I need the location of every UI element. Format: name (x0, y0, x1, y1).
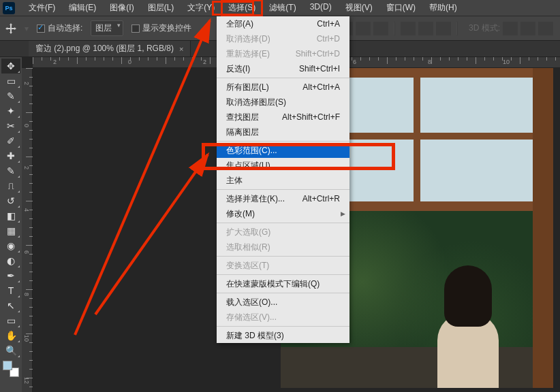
distribute-icon[interactable] (418, 22, 433, 35)
3d-mode-label: 3D 模式: (469, 22, 500, 34)
healing-tool[interactable]: ✚ (1, 148, 20, 163)
menu-图像(I)[interactable]: 图像(I) (103, 0, 140, 16)
move-tool[interactable]: ✥ (1, 59, 20, 74)
menu-文件(F)[interactable]: 文件(F) (22, 0, 62, 16)
menu-item[interactable]: 全部(A)Ctrl+A (217, 16, 349, 31)
menu-item[interactable]: 主体 (217, 173, 349, 188)
menu-item-label: 焦点区域(U)... (226, 160, 277, 171)
3d-icon[interactable] (503, 22, 518, 35)
menu-帮助(H)[interactable]: 帮助(H) (422, 0, 464, 16)
menu-item-label: 扩大选取(G) (226, 227, 270, 238)
ruler-vertical: 2024681012 (22, 68, 33, 392)
brush-tool[interactable]: ✎ (1, 163, 20, 178)
menu-shortcut: Shift+Ctrl+D (296, 48, 340, 59)
menu-item-label: 载入选区(O)... (226, 297, 277, 308)
menu-item[interactable]: 取消选择图层(S) (217, 95, 349, 110)
color-swatches[interactable] (3, 361, 19, 377)
marquee-tool[interactable]: ▭ (1, 74, 20, 88)
move-tool-icon (5, 23, 16, 34)
menu-shortcut: Alt+Ctrl+A (302, 82, 340, 93)
figure-girl (431, 265, 505, 388)
layer-dropdown[interactable]: 图层 (91, 20, 123, 36)
quick-select-tool[interactable]: ✦ (1, 103, 20, 118)
zoom-tool[interactable]: 🔍 (1, 343, 20, 358)
crop-tool[interactable]: ✂ (1, 118, 20, 133)
menu-item[interactable]: 新建 3D 模型(3) (217, 328, 349, 343)
menu-separator (217, 326, 349, 327)
menu-窗口(W)[interactable]: 窗口(W) (379, 0, 422, 16)
menu-shortcut: Ctrl+A (317, 18, 340, 29)
close-icon[interactable]: × (179, 45, 183, 53)
menu-item-label: 反选(I) (226, 63, 250, 74)
menu-item[interactable]: 查找图层Alt+Shift+Ctrl+F (217, 110, 349, 125)
menu-3D(D)[interactable]: 3D(D) (303, 0, 339, 16)
auto-select-checkbox[interactable]: 自动选择: (37, 22, 82, 34)
menubar: Ps 文件(F)编辑(E)图像(I)图层(L)文字(Y)选择(S)滤镜(T)3D… (0, 0, 560, 16)
distribute-icon[interactable] (401, 22, 416, 35)
distribute-icon[interactable] (436, 22, 451, 35)
type-tool[interactable]: T (1, 283, 20, 298)
menu-item-label: 取消选择图层(S) (226, 97, 286, 108)
eraser-tool[interactable]: ◧ (1, 208, 20, 223)
menu-separator (217, 189, 349, 190)
menu-shortcut: Alt+Ctrl+R (302, 193, 340, 204)
menu-item: 选取相似(R) (217, 240, 349, 255)
menu-图层(L)[interactable]: 图层(L) (141, 0, 181, 16)
hand-tool[interactable]: ✋ (1, 328, 20, 343)
lasso-tool[interactable]: ✎ (1, 88, 20, 103)
menu-item[interactable]: 修改(M)▶ (217, 206, 349, 221)
show-transform-checkbox[interactable]: 显示变换控件 (131, 22, 191, 34)
menu-item: 取消选择(D)Ctrl+D (217, 31, 349, 46)
menu-item[interactable]: 所有图层(L)Alt+Ctrl+A (217, 80, 349, 95)
menu-item[interactable]: 在快速蒙版模式下编辑(Q) (217, 276, 349, 291)
menu-item: 存储选区(V)... (217, 310, 349, 325)
menu-separator (217, 78, 349, 78)
menu-item-label: 选取相似(R) (226, 242, 270, 252)
menu-item-label: 取消选择(D) (226, 33, 270, 44)
menu-separator (217, 293, 349, 293)
menu-item[interactable]: 选择并遮住(K)...Alt+Ctrl+R (217, 191, 349, 206)
align-icon[interactable] (373, 22, 388, 35)
3d-icon[interactable] (520, 22, 535, 35)
menu-item[interactable]: 色彩范围(C)... (217, 143, 349, 158)
menu-item[interactable]: 隔离图层 (217, 125, 349, 140)
align-icon[interactable] (356, 22, 371, 35)
menu-item[interactable]: 反选(I)Shift+Ctrl+I (217, 61, 349, 76)
shape-tool[interactable]: ▭ (1, 313, 20, 328)
eyedropper-tool[interactable]: ✐ (1, 133, 20, 148)
stamp-tool[interactable]: ⎍ (1, 178, 20, 193)
menu-item[interactable]: 载入选区(O)... (217, 295, 349, 310)
blur-tool[interactable]: ◉ (1, 238, 20, 253)
menu-滤镜(T)[interactable]: 滤镜(T) (262, 0, 302, 16)
submenu-arrow-icon: ▶ (341, 208, 345, 219)
menu-item-label: 重新选择(E) (226, 48, 270, 59)
menu-separator (217, 256, 349, 257)
tools-panel: ✥▭✎✦✂✐✚✎⎍↺◧▦◉◐✒T↖▭✋🔍 (0, 57, 22, 392)
menu-separator (217, 274, 349, 275)
menu-文字(Y)[interactable]: 文字(Y) (181, 0, 221, 16)
menu-shortcut: Shift+Ctrl+I (299, 63, 340, 74)
menu-视图(V)[interactable]: 视图(V) (339, 0, 379, 16)
history-brush[interactable]: ↺ (1, 193, 20, 208)
menu-选择(S)[interactable]: 选择(S) (221, 0, 262, 16)
menu-item-label: 主体 (226, 175, 243, 186)
pen-tool[interactable]: ✒ (1, 268, 20, 283)
separator (456, 22, 458, 35)
menu-编辑(E)[interactable]: 编辑(E) (62, 0, 103, 16)
3d-icon[interactable] (538, 22, 553, 35)
gradient-tool[interactable]: ▦ (1, 223, 20, 238)
menu-item: 扩大选取(G) (217, 225, 349, 240)
menu-item-label: 在快速蒙版模式下编辑(Q) (226, 278, 320, 289)
menu-item: 重新选择(E)Shift+Ctrl+D (217, 46, 349, 61)
menu-item-label: 隔离图层 (226, 127, 259, 137)
menu-item[interactable]: 焦点区域(U)... (217, 158, 349, 173)
path-select[interactable]: ↖ (1, 298, 20, 313)
dodge-tool[interactable]: ◐ (1, 253, 20, 268)
select-menu-dropdown: 全部(A)Ctrl+A取消选择(D)Ctrl+D重新选择(E)Shift+Ctr… (217, 16, 349, 343)
menu-item: 变换选区(T) (217, 258, 349, 273)
menu-item-label: 色彩范围(C)... (226, 145, 277, 156)
menu-item-label: 变换选区(T) (226, 260, 269, 271)
document-tab[interactable]: 窗边 (2).png @ 100% (图层 1, RGB/8) × (29, 41, 191, 56)
menu-separator (217, 141, 349, 142)
ps-logo: Ps (3, 2, 15, 14)
